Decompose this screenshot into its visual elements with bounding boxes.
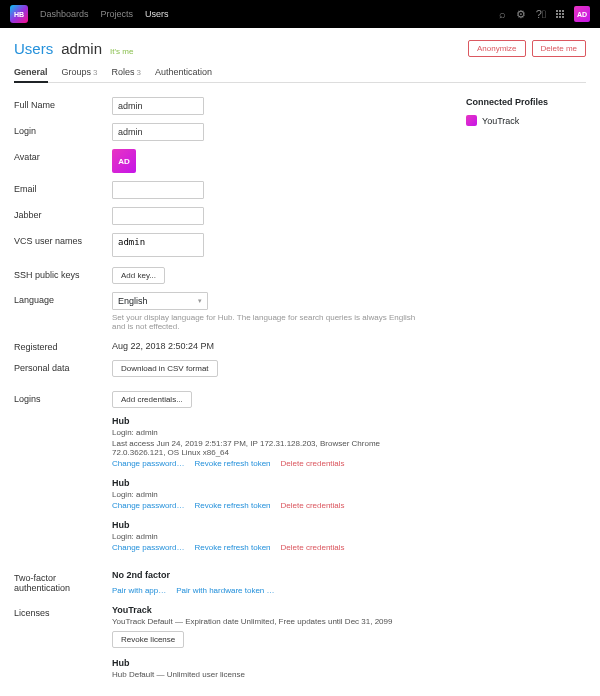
revoke-license-button[interactable]: Revoke license [112,631,184,648]
nav-users[interactable]: Users [145,9,169,19]
row-logins: Logins Add credentials... Hub Login: adm… [14,391,426,562]
revoke-token-link[interactable]: Revoke refresh token [194,501,270,510]
tab-label: Roles [112,67,135,77]
label-ssh: SSH public keys [14,267,112,280]
language-value: English [118,296,148,306]
label-language: Language [14,292,112,305]
credential-actions: Change password… Revoke refresh token De… [112,501,426,510]
label-full-name: Full Name [14,97,112,110]
row-language: Language English ▾ Set your display lang… [14,292,426,331]
header-left: HB Dashboards Projects Users [10,5,169,23]
registered-value: Aug 22, 2018 2:50:24 PM [112,339,426,351]
two-factor-status: No 2nd factor [112,570,426,580]
change-password-link[interactable]: Change password… [112,543,184,552]
credential-title: Hub [112,416,426,426]
profile-item-label: YouTrack [482,116,519,126]
tab-label: Authentication [155,67,212,77]
credential-title: Hub [112,478,426,488]
tab-authentication[interactable]: Authentication [155,67,212,82]
row-personal-data: Personal data Download in CSV format [14,360,426,377]
label-email: Email [14,181,112,194]
credential-login: Login: admin [112,532,426,541]
revoke-token-link[interactable]: Revoke refresh token [194,543,270,552]
anonymize-button[interactable]: Anonymize [468,40,526,57]
nav-dashboards[interactable]: Dashboards [40,9,89,19]
change-password-link[interactable]: Change password… [112,501,184,510]
logo[interactable]: HB [10,5,28,23]
connected-profiles-heading: Connected Profiles [466,97,586,107]
breadcrumb[interactable]: Users [14,40,53,57]
row-email: Email [14,181,426,199]
row-full-name: Full Name [14,97,426,115]
row-two-factor: Two-factor authentication No 2nd factor … [14,570,426,595]
language-select[interactable]: English ▾ [112,292,208,310]
tab-general[interactable]: General [14,67,48,82]
add-credentials-button[interactable]: Add credentials... [112,391,192,408]
license-title: YouTrack [112,605,426,615]
tab-label: General [14,67,48,77]
tab-label: Groups [62,67,92,77]
license-detail: YouTrack Default — Expiration date Unlim… [112,617,426,626]
nav-projects[interactable]: Projects [101,9,134,19]
label-jabber: Jabber [14,207,112,220]
full-name-input[interactable] [112,97,204,115]
row-jabber: Jabber [14,207,426,225]
license-detail: Hub Default — Unlimited user license [112,670,426,679]
two-factor-actions: Pair with app… Pair with hardware token … [112,586,426,595]
label-avatar: Avatar [14,149,112,162]
label-login: Login [14,123,112,136]
row-ssh: SSH public keys Add key... [14,267,426,284]
label-personal-data: Personal data [14,360,112,373]
pair-app-link[interactable]: Pair with app… [112,586,166,595]
apps-icon[interactable] [556,10,564,18]
change-password-link[interactable]: Change password… [112,459,184,468]
delete-credentials-link[interactable]: Delete credentials [281,543,345,552]
tab-groups[interactable]: Groups3 [62,67,98,82]
tab-count: 3 [93,68,97,77]
credential-title: Hub [112,520,426,530]
page-title: admin [61,40,102,57]
row-registered: Registered Aug 22, 2018 2:50:24 PM [14,339,426,352]
row-login: Login [14,123,426,141]
title-row: Users admin It's me Anonymize Delete me [14,40,586,57]
title-left: Users admin It's me [14,40,133,57]
credential-detail: Last access Jun 24, 2019 2:51:37 PM, IP … [112,439,426,457]
revoke-token-link[interactable]: Revoke refresh token [194,459,270,468]
gear-icon[interactable]: ⚙ [516,8,526,21]
pair-hardware-link[interactable]: Pair with hardware token … [176,586,274,595]
profile-item-youtrack[interactable]: YouTrack [466,115,586,126]
delete-me-button[interactable]: Delete me [532,40,586,57]
user-avatar[interactable]: AD [574,6,590,22]
login-input[interactable] [112,123,204,141]
its-me-badge: It's me [110,47,133,56]
delete-credentials-link[interactable]: Delete credentials [281,501,345,510]
credential-login: Login: admin [112,428,426,437]
label-logins: Logins [14,391,112,404]
title-actions: Anonymize Delete me [468,40,586,57]
help-icon[interactable]: ?⃝ [536,8,546,20]
tabs: General Groups3 Roles3 Authentication [14,67,586,83]
row-vcs: VCS user names admin [14,233,426,259]
tab-roles[interactable]: Roles3 [112,67,141,82]
license-item: Hub Hub Default — Unlimited user license [112,658,426,679]
row-licenses: Licenses YouTrack YouTrack Default — Exp… [14,605,426,689]
label-registered: Registered [14,339,112,352]
tab-count: 3 [137,68,141,77]
side-column: Connected Profiles YouTrack [466,97,586,696]
row-avatar: Avatar AD [14,149,426,173]
email-input[interactable] [112,181,204,199]
jabber-input[interactable] [112,207,204,225]
label-two-factor: Two-factor authentication [14,570,112,593]
chevron-down-icon: ▾ [198,297,202,305]
vcs-input[interactable]: admin [112,233,204,257]
credential-actions: Change password… Revoke refresh token De… [112,459,426,468]
search-icon[interactable]: ⌕ [499,8,506,20]
license-item: YouTrack YouTrack Default — Expiration d… [112,605,426,648]
main-column: Full Name Login Avatar AD Email Jabber V… [14,97,426,696]
avatar-image[interactable]: AD [112,149,136,173]
credential-login: Login: admin [112,490,426,499]
top-header: HB Dashboards Projects Users ⌕ ⚙ ?⃝ AD [0,0,600,28]
add-key-button[interactable]: Add key... [112,267,165,284]
delete-credentials-link[interactable]: Delete credentials [281,459,345,468]
download-csv-button[interactable]: Download in CSV format [112,360,218,377]
